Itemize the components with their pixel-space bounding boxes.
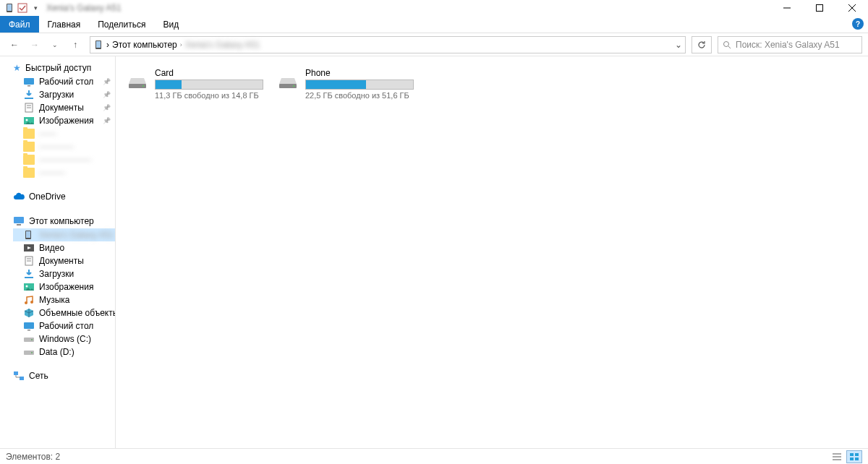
documents-icon [23, 103, 35, 113]
sidebar-item-documents[interactable]: Документы [13, 101, 115, 114]
drive-tile-phone[interactable]: Phone22,5 ГБ свободно из 51,6 ГБ [273, 65, 418, 103]
minimize-button[interactable] [770, 0, 803, 16]
sidebar-item-desktop[interactable]: Рабочий стол [13, 319, 115, 332]
svg-rect-19 [14, 217, 24, 223]
svg-rect-20 [17, 224, 21, 225]
titlebar: ▾ Xenia's Galaxy A51 [0, 0, 868, 16]
tab-view[interactable]: Вид [154, 16, 187, 33]
drive-icon [23, 347, 35, 357]
tab-file[interactable]: Файл [0, 16, 39, 33]
drive-free-text: 22,5 ГБ свободно из 51,6 ГБ [305, 91, 415, 100]
video-icon [23, 243, 35, 253]
breadcrumb-root[interactable]: Этот компьютер› [112, 40, 182, 50]
music-icon [23, 295, 35, 305]
drive-icon [126, 69, 149, 93]
maximize-button[interactable] [803, 0, 835, 16]
app-icon [3, 1, 16, 14]
sidebar-item-video[interactable]: Видео [13, 241, 115, 254]
drive-name: Phone [305, 68, 415, 78]
sidebar-item-music[interactable]: Музыка [13, 293, 115, 306]
svg-point-31 [25, 301, 27, 304]
folder-icon [23, 168, 35, 178]
ribbon-tabs: Файл Главная Поделиться Вид ? [0, 16, 868, 33]
network-icon [13, 371, 25, 381]
svg-rect-50 [850, 457, 854, 460]
refresh-button[interactable] [692, 36, 712, 53]
sidebar-item-documents[interactable]: Документы [13, 254, 115, 267]
phone-icon [23, 230, 35, 240]
tab-home[interactable]: Главная [39, 16, 90, 33]
svg-point-42 [142, 85, 144, 87]
sidebar-item-drive[interactable]: Windows (C:) [13, 332, 115, 345]
sidebar-network[interactable]: Сеть [13, 369, 115, 383]
status-item-count: Элементов: 2 [6, 452, 60, 462]
tab-share[interactable]: Поделиться [89, 16, 154, 33]
downloads-icon [23, 90, 35, 100]
svg-point-9 [724, 41, 729, 46]
cloud-icon [13, 192, 25, 201]
svg-point-32 [30, 301, 33, 304]
svg-rect-39 [14, 371, 18, 375]
drive-tile-card[interactable]: Card11,3 ГБ свободно из 14,8 ГБ [123, 65, 268, 103]
drive-free-text: 11,3 ГБ свободно из 14,8 ГБ [155, 91, 265, 100]
svg-rect-51 [855, 457, 859, 460]
qat-dropdown-icon[interactable]: ▾ [29, 1, 42, 14]
sidebar-item-folder[interactable]: —————— [13, 153, 115, 166]
sidebar-item-folder[interactable]: ———— [13, 140, 115, 153]
svg-rect-22 [26, 231, 30, 238]
objects3d-icon [23, 308, 35, 318]
address-dropdown-icon[interactable]: ⌄ [675, 40, 682, 50]
pc-icon [13, 216, 25, 226]
documents-icon [23, 256, 35, 266]
drive-name: Card [155, 68, 265, 78]
help-button[interactable]: ? [852, 18, 864, 30]
qat-save-icon[interactable] [16, 1, 29, 14]
window-title: Xenia's Galaxy A51 [46, 3, 122, 13]
content-pane[interactable]: Card11,3 ГБ свободно из 14,8 ГБPhone22,5… [116, 56, 868, 448]
svg-rect-2 [18, 4, 27, 12]
drive-usage-bar [155, 80, 263, 90]
folder-icon [23, 142, 35, 152]
svg-rect-8 [96, 41, 101, 48]
svg-rect-48 [850, 453, 854, 456]
search-input[interactable]: Поиск: Xenia's Galaxy A51 [718, 36, 862, 53]
sidebar-item-downloads[interactable]: Загрузки [13, 267, 115, 280]
drive-icon [23, 334, 35, 344]
drive-usage-bar [305, 80, 414, 90]
view-details-button[interactable] [829, 450, 845, 463]
view-tiles-button[interactable] [846, 450, 862, 463]
folder-icon [23, 155, 35, 165]
sidebar-item-folder[interactable]: —— [13, 127, 115, 140]
phone-path-icon [93, 40, 103, 50]
sidebar-onedrive[interactable]: OneDrive [13, 189, 115, 204]
sidebar-item-desktop[interactable]: Рабочий стол [13, 75, 115, 88]
sidebar-item-downloads[interactable]: Загрузки [13, 88, 115, 101]
back-button[interactable]: ← [6, 36, 23, 53]
star-icon: ★ [13, 63, 21, 73]
desktop-icon [23, 321, 35, 331]
sidebar-item-objects3d[interactable]: Объемные объекты [13, 306, 115, 319]
svg-line-10 [728, 46, 731, 48]
address-bar[interactable]: › Этот компьютер› Xenia's Galaxy A51 ⌄ [90, 36, 686, 53]
forward-button[interactable]: → [26, 36, 43, 53]
svg-point-30 [26, 285, 28, 288]
close-button[interactable] [835, 0, 868, 16]
up-button[interactable]: ↑ [67, 36, 84, 53]
sidebar-item-drive[interactable]: Data (D:) [13, 345, 115, 358]
svg-rect-11 [24, 78, 34, 85]
breadcrumb-current[interactable]: Xenia's Galaxy A51 [185, 40, 260, 50]
sidebar-item-folder[interactable]: ——— [13, 166, 115, 179]
history-dropdown[interactable]: ⌄ [46, 36, 64, 53]
svg-rect-49 [855, 453, 859, 456]
folder-icon [23, 129, 35, 139]
sidebar-quick-access[interactable]: ★ Быстрый доступ [13, 61, 115, 75]
search-placeholder: Поиск: Xenia's Galaxy A51 [736, 40, 840, 50]
svg-rect-33 [24, 322, 34, 329]
sidebar-item-phone[interactable]: Xenia's Galaxy A51 [13, 228, 115, 241]
sidebar-item-pictures[interactable]: Изображения [13, 280, 115, 293]
sidebar-this-pc[interactable]: Этот компьютер [13, 214, 115, 228]
status-bar: Элементов: 2 [0, 448, 868, 464]
sidebar-item-pictures[interactable]: Изображения [13, 114, 115, 127]
svg-rect-28 [25, 277, 33, 278]
svg-point-44 [293, 85, 294, 87]
